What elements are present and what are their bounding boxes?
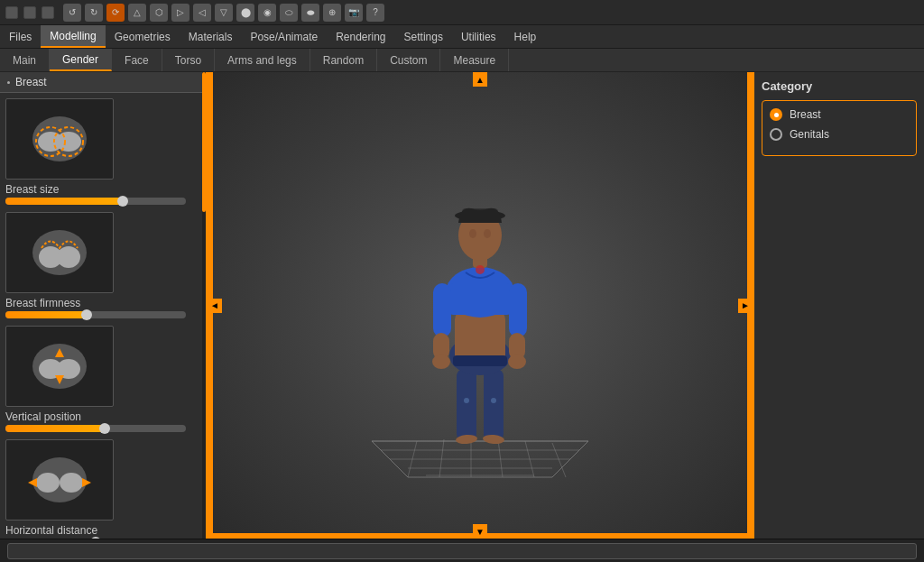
vertical-position-thumb[interactable] — [99, 423, 110, 434]
help-icon[interactable]: ? — [366, 4, 384, 22]
reset-icon[interactable]: ⟳ — [106, 4, 125, 22]
left-scroll-indicator — [202, 72, 206, 212]
breast-firmness-thumb[interactable] — [81, 309, 92, 320]
shape8-icon[interactable]: ⬭ — [280, 4, 298, 22]
shape2-icon[interactable]: ⬡ — [150, 4, 168, 22]
breast-firmness-slider[interactable] — [5, 311, 186, 318]
shape4-icon[interactable]: ◁ — [193, 4, 211, 22]
redo-icon[interactable]: ↻ — [85, 4, 103, 22]
maximize-button[interactable] — [23, 6, 36, 19]
breast-section: Breast size Breast firmness — [0, 93, 206, 539]
svg-rect-46 — [448, 283, 513, 315]
tab-measure[interactable]: Measure — [440, 49, 509, 71]
svg-point-60 — [464, 398, 469, 403]
menu-utilities[interactable]: Utilities — [452, 25, 505, 48]
category-title: Category — [762, 79, 917, 93]
nav-left[interactable]: ◄ — [208, 299, 222, 313]
svg-point-61 — [491, 398, 496, 403]
tab-arms-legs[interactable]: Arms and legs — [215, 49, 310, 71]
menu-files[interactable]: Files — [0, 25, 41, 48]
breast-firmness-label: Breast firmness — [5, 297, 200, 309]
main-layout: Breast Breast size — [0, 72, 924, 539]
status-input[interactable] — [7, 543, 917, 559]
radio-breast-circle[interactable] — [770, 108, 782, 121]
grid-floor — [372, 439, 588, 477]
menu-materials[interactable]: Materials — [180, 25, 242, 48]
breast-firmness-fill — [5, 311, 87, 318]
shape7-icon[interactable]: ◉ — [258, 4, 276, 22]
shape1-icon[interactable]: △ — [128, 4, 146, 22]
svg-point-14 — [36, 473, 60, 493]
svg-point-57 — [469, 229, 476, 238]
menu-geometries[interactable]: Geometries — [106, 25, 180, 48]
menu-modelling[interactable]: Modelling — [41, 25, 105, 48]
horizontal-distance-thumbnail — [5, 439, 114, 521]
shape5-icon[interactable]: ▽ — [215, 4, 233, 22]
shape10-icon[interactable]: ⊕ — [323, 4, 341, 22]
figure-svg — [354, 116, 606, 495]
horizontal-distance-thumb[interactable] — [90, 537, 101, 539]
tab-random[interactable]: Random — [310, 49, 377, 71]
svg-point-59 — [476, 265, 485, 274]
radio-breast[interactable]: Breast — [770, 108, 909, 121]
vertical-position-label: Vertical position — [5, 410, 200, 423]
breast-firmness-item: Breast firmness — [5, 212, 200, 318]
tab-face[interactable]: Face — [112, 49, 162, 71]
radio-genitals[interactable]: Genitals — [770, 128, 909, 141]
nav-up[interactable]: ▲ — [473, 72, 487, 87]
breast-size-thumb[interactable] — [117, 196, 128, 207]
shape6-icon[interactable]: ⬤ — [236, 4, 254, 22]
svg-point-15 — [60, 473, 83, 493]
breast-firmness-thumbnail — [5, 212, 114, 293]
camera-icon[interactable]: 📷 — [345, 4, 363, 22]
status-bar — [0, 539, 924, 562]
breast-firmness-svg — [19, 221, 100, 284]
radio-genitals-circle[interactable] — [770, 128, 782, 141]
horizontal-distance-item: Horizontal distance — [5, 439, 200, 539]
toolbar-icons: ↺ ↻ ⟳ △ ⬡ ▷ ◁ ▽ ⬤ ◉ ⬭ ⬬ ⊕ 📷 ? — [63, 4, 384, 22]
vertical-position-item: Vertical position — [5, 326, 200, 432]
radio-breast-label: Breast — [790, 108, 821, 121]
left-panel: Breast Breast size — [0, 72, 208, 539]
nav-down[interactable]: ▼ — [473, 524, 487, 539]
tab-torso[interactable]: Torso — [162, 49, 215, 71]
svg-point-58 — [484, 229, 491, 238]
svg-line-31 — [498, 439, 503, 477]
tab-custom[interactable]: Custom — [377, 49, 440, 71]
close-button[interactable] — [42, 6, 54, 19]
vertical-position-svg — [19, 335, 100, 398]
horizontal-distance-label: Horizontal distance — [5, 524, 200, 537]
vertical-position-thumbnail — [5, 326, 114, 407]
svg-rect-52 — [509, 283, 527, 337]
svg-rect-44 — [453, 355, 507, 366]
breast-size-fill — [5, 198, 123, 205]
breast-size-slider[interactable] — [5, 198, 186, 205]
svg-point-55 — [432, 355, 450, 369]
shape9-icon[interactable]: ⬬ — [301, 4, 319, 22]
tab-gender[interactable]: Gender — [50, 49, 112, 71]
svg-marker-17 — [82, 478, 91, 487]
menu-rendering[interactable]: Rendering — [327, 25, 394, 48]
right-panel: Category Breast Genitals — [753, 72, 924, 539]
left-scrollbar[interactable] — [202, 72, 206, 539]
vertical-position-fill — [5, 425, 105, 432]
menu-help[interactable]: Help — [505, 25, 546, 48]
breast-size-svg — [19, 107, 100, 170]
svg-rect-38 — [457, 369, 476, 441]
breast-size-label: Breast size — [5, 183, 200, 196]
vertical-position-slider[interactable] — [5, 425, 186, 432]
shape3-icon[interactable]: ▷ — [171, 4, 189, 22]
viewport[interactable]: ▲ ▼ ◄ ► — [208, 72, 753, 539]
breast-size-item: Breast size — [5, 98, 200, 205]
svg-line-33 — [552, 443, 566, 477]
title-bar: ↺ ↻ ⟳ △ ⬡ ▷ ◁ ▽ ⬤ ◉ ⬭ ⬬ ⊕ 📷 ? — [0, 0, 924, 25]
tab-main[interactable]: Main — [0, 49, 50, 71]
category-box: Breast Genitals — [762, 100, 917, 156]
svg-point-2 — [56, 132, 81, 152]
menu-settings[interactable]: Settings — [395, 25, 452, 48]
nav-right[interactable]: ► — [738, 299, 753, 313]
minimize-button[interactable] — [5, 6, 18, 19]
undo-icon[interactable]: ↺ — [63, 4, 81, 22]
svg-line-29 — [439, 439, 444, 477]
menu-pose-animate[interactable]: Pose/Animate — [241, 25, 327, 48]
